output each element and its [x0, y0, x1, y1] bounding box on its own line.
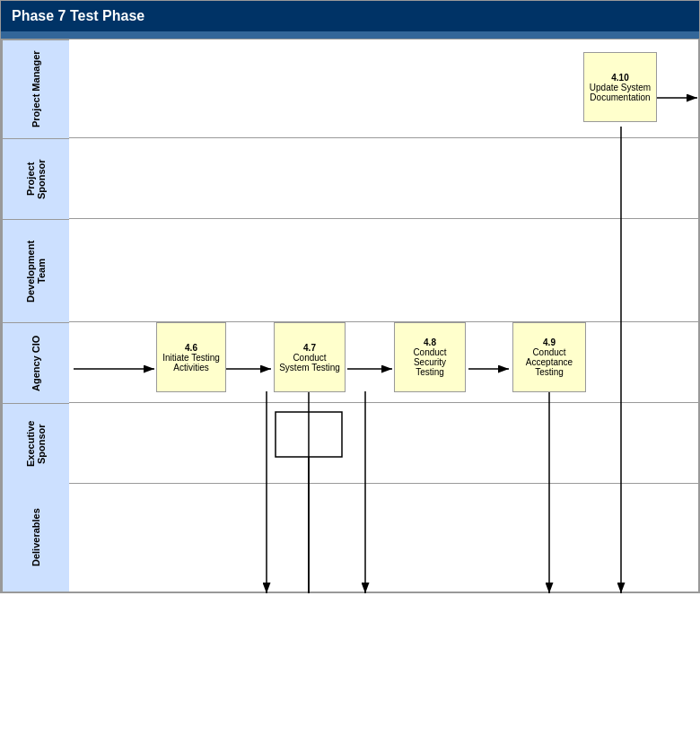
box-label-4-9: Conduct Acceptance Testing [517, 347, 582, 377]
box-label-4-6: Initiate Testing Activities [161, 353, 222, 372]
box-id-4-7: 4.7 [303, 343, 316, 353]
lane-labels: Project Manager Project Sponsor Developm… [2, 39, 69, 592]
swim-lane-diagram: Project Manager Project Sponsor Developm… [1, 39, 699, 592]
process-box-4-6: 4.6 Initiate Testing Activities [156, 322, 226, 392]
box-id-4-6: 4.6 [185, 343, 197, 353]
box-label-4-8: Conduct Security Testing [398, 347, 461, 377]
page-title: Phase 7 Test Phase [1, 1, 699, 31]
lanes-content: 4.6 Initiate Testing Activities 4.7 Cond… [69, 39, 698, 592]
lane-label-project-sponsor: Project Sponsor [2, 138, 69, 219]
process-box-4-9: 4.9 Conduct Acceptance Testing [512, 322, 586, 392]
page: Phase 7 Test Phase Project Manager Proje… [0, 0, 700, 593]
box-label-4-7: Conduct System Testing [278, 353, 341, 372]
lane-label-development-team: Development Team [2, 219, 69, 322]
process-box-4-10: 4.10 Update System Documentation [583, 52, 657, 122]
lane-row-del [69, 484, 698, 592]
lane-label-agency-cio: Agency CIO [2, 322, 69, 403]
box-id-4-10: 4.10 [611, 73, 628, 83]
lane-row-es [69, 403, 698, 484]
lane-row-ps [69, 138, 698, 219]
process-box-4-7: 4.7 Conduct System Testing [274, 322, 346, 392]
box-id-4-8: 4.8 [424, 337, 436, 347]
lane-label-deliverables: Deliverables [2, 484, 69, 592]
subheader-bar [1, 31, 699, 39]
box-label-4-10: Update System Documentation [588, 83, 652, 102]
lane-label-project-manager: Project Manager [2, 39, 69, 138]
process-box-4-8: 4.8 Conduct Security Testing [394, 322, 466, 392]
box-id-4-9: 4.9 [543, 337, 556, 347]
lane-row-dt [69, 219, 698, 322]
lane-label-executive-sponsor: Executive Sponsor [2, 403, 69, 484]
